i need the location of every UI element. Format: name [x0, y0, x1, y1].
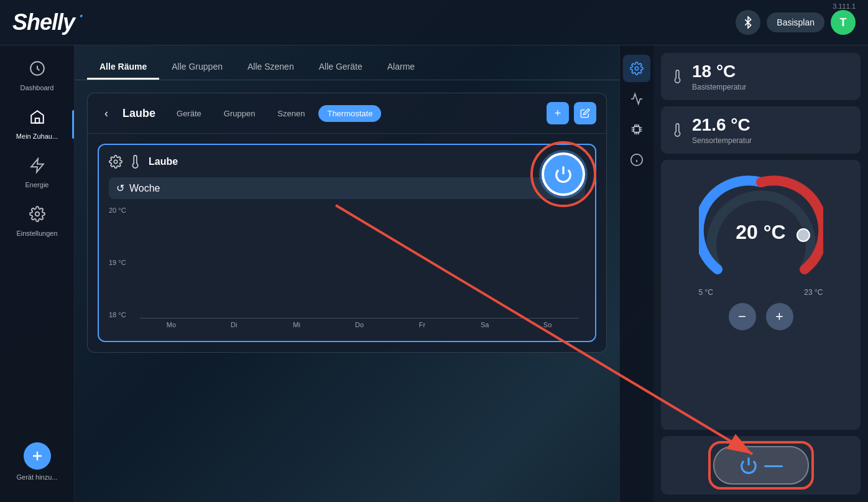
panel-chart-icon[interactable]	[623, 85, 650, 113]
x-label-mo: Mo	[140, 321, 203, 328]
sidebar-add-device[interactable]: Gerät hinzu...	[0, 434, 74, 490]
room-tab-szenen[interactable]: Szenen	[269, 105, 313, 122]
svg-point-3	[35, 212, 39, 216]
sidebar: Dashboard Mein Zuhau... Energie Einstell…	[0, 45, 75, 502]
sidebar-label-add: Gerät hinzu...	[16, 473, 57, 481]
version-text: 3.111.1	[833, 2, 856, 10]
sensor-temp-value: 21.6 °C	[692, 115, 752, 135]
edit-room-button[interactable]	[574, 102, 596, 124]
sensor-temp-info: 21.6 °C Sensortemperatur	[692, 115, 752, 145]
right-panel: 18 °C Basistemperatur 21.6 °C Sensortemp…	[619, 45, 868, 502]
user-avatar[interactable]: T	[831, 10, 856, 35]
tab-alarme[interactable]: Alarme	[375, 55, 427, 80]
dial-temperature: 20 °C	[736, 221, 785, 244]
thermometer-icon	[129, 155, 142, 169]
room-actions: +	[547, 102, 596, 124]
period-dropdown[interactable]: ↺ Woche ▾	[109, 177, 585, 199]
power-button-container	[542, 152, 585, 196]
back-button[interactable]: ‹	[98, 105, 115, 122]
plan-button[interactable]: Basisplan	[767, 12, 824, 32]
x-label-fr: Fr	[390, 321, 453, 328]
tab-alle-geraete[interactable]: Alle Geräte	[307, 55, 375, 80]
right-panel-content: 18 °C Basistemperatur 21.6 °C Sensortemp…	[653, 45, 868, 502]
sensor-temp-card: 21.6 °C Sensortemperatur	[661, 106, 861, 154]
tab-alle-gruppen[interactable]: Alle Gruppen	[159, 55, 235, 80]
power-toggle-button[interactable]	[713, 446, 809, 485]
x-label-so: So	[516, 321, 579, 328]
x-label-mi: Mi	[265, 321, 328, 328]
sidebar-label-einstellungen: Einstellungen	[16, 230, 57, 237]
dial-center-value: 20 °C	[736, 221, 785, 244]
room-tab-gruppen[interactable]: Gruppen	[215, 105, 264, 122]
main-tabs: Alle Räume Alle Gruppen Alle Szenen Alle…	[75, 45, 619, 80]
base-temp-card: 18 °C Basistemperatur	[661, 53, 861, 100]
chart-bars	[140, 207, 579, 318]
history-icon: ↺	[116, 182, 124, 194]
sidebar-label-dashboard: Dashboard	[21, 84, 54, 91]
temp-decrease-button[interactable]: −	[729, 303, 756, 330]
sidebar-label-mein-zuhause: Mein Zuhau...	[16, 132, 58, 140]
dial-controls: − +	[729, 303, 793, 330]
sidebar-item-einstellungen[interactable]: Einstellungen	[0, 197, 74, 246]
thermostat-settings-icon	[109, 155, 122, 169]
temperature-dial-card: 20 °C 5 °C 23 °C − +	[661, 160, 861, 430]
y-label-top: 20 °C	[109, 207, 134, 214]
thermostat-card: Laube ↺ Woche ▾	[98, 144, 596, 342]
room-tabs: Geräte Gruppen Szenen Thermostate	[168, 105, 381, 122]
svg-point-8	[635, 67, 639, 70]
svg-point-6	[114, 160, 118, 164]
sidebar-item-energie[interactable]: Energie	[0, 149, 74, 197]
main-content: Alle Räume Alle Gruppen Alle Szenen Alle…	[75, 45, 619, 502]
tab-alle-raeume[interactable]: Alle Räume	[87, 55, 159, 80]
chart-y-labels: 20 °C 19 °C 18 °C	[109, 207, 134, 318]
thermometer-base-icon	[671, 70, 685, 83]
base-temp-label: Basistemperatur	[692, 83, 746, 91]
thermostat-power-button[interactable]	[542, 152, 585, 196]
temp-increase-button[interactable]: +	[766, 303, 793, 330]
x-label-di: Di	[203, 321, 265, 328]
x-label-sa: Sa	[453, 321, 516, 328]
thermostat-title: Laube	[149, 156, 178, 167]
power-card	[661, 436, 861, 495]
panel-chip-icon[interactable]	[623, 116, 650, 143]
add-thermostat-button[interactable]: +	[547, 102, 569, 124]
svg-rect-9	[634, 126, 639, 132]
power-underline	[764, 465, 783, 467]
chart-x-labels: Mo Di Mi Do Fr Sa So	[140, 318, 579, 328]
einstellungen-icon	[29, 206, 45, 226]
sidebar-item-dashboard[interactable]: Dashboard	[0, 52, 74, 100]
bluetooth-icon-btn[interactable]	[736, 10, 760, 35]
dashboard-icon	[29, 60, 45, 80]
app-logo: Shelly	[12, 9, 75, 35]
sensor-temp-label: Sensortemperatur	[692, 136, 752, 145]
add-device-icon[interactable]	[24, 442, 51, 470]
room-panel: ‹ Laube Geräte Gruppen Szenen Thermostat…	[87, 93, 607, 353]
y-label-bottom: 18 °C	[109, 311, 134, 318]
svg-rect-1	[35, 118, 39, 123]
thermostat-card-header: Laube	[109, 155, 585, 169]
x-label-do: Do	[328, 321, 391, 328]
svg-point-13	[797, 229, 810, 241]
sidebar-label-energie: Energie	[25, 181, 49, 188]
panel-info-icon[interactable]	[623, 146, 650, 174]
panel-settings-icon[interactable]	[623, 55, 650, 82]
power-button-wrapper	[713, 446, 809, 485]
topbar-right: Basisplan T	[736, 10, 856, 35]
base-temp-info: 18 °C Basistemperatur	[692, 62, 746, 91]
tab-alle-szenen[interactable]: Alle Szenen	[235, 55, 307, 80]
topbar: Shelly Basisplan T 3.111.1	[0, 0, 868, 45]
period-label: Woche	[129, 183, 160, 194]
energie-icon	[29, 157, 45, 177]
y-label-mid: 19 °C	[109, 259, 134, 266]
room-header: ‹ Laube Geräte Gruppen Szenen Thermostat…	[88, 93, 606, 134]
thermometer-sensor-icon	[671, 123, 685, 137]
room-tab-geraete[interactable]: Geräte	[168, 105, 210, 122]
power-button-indicator	[764, 464, 783, 467]
chart-area: 20 °C 19 °C 18 °C	[109, 207, 585, 331]
sidebar-item-mein-zuhause[interactable]: Mein Zuhau...	[0, 100, 74, 149]
base-temp-value: 18 °C	[692, 62, 746, 81]
room-tab-thermostate[interactable]: Thermostate	[318, 105, 381, 122]
right-panel-icon-strip	[619, 45, 653, 502]
svg-marker-2	[31, 159, 44, 172]
home-icon	[29, 109, 45, 129]
